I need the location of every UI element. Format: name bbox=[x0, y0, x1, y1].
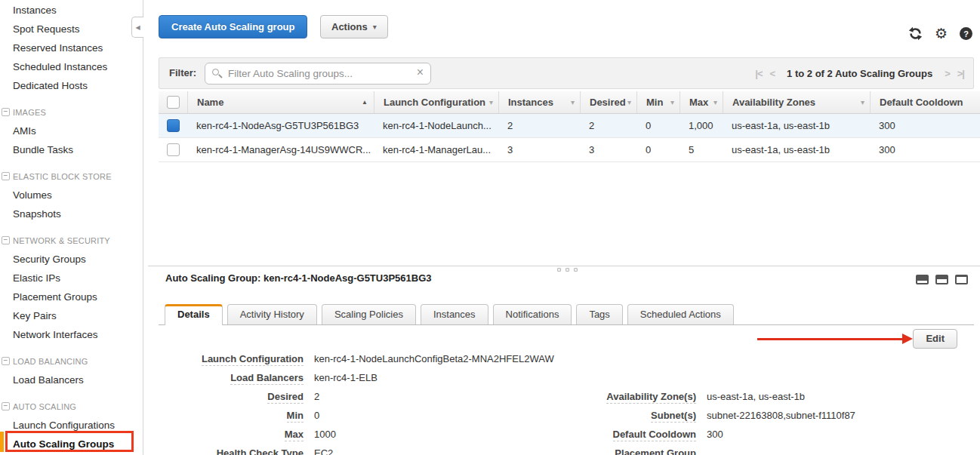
tab-scaling-policies[interactable]: Scaling Policies bbox=[322, 304, 416, 324]
pagination-prev-button[interactable]: < bbox=[769, 68, 775, 79]
sidebar-item-amis[interactable]: AMIs bbox=[0, 121, 143, 140]
pane-divider bbox=[148, 266, 980, 266]
cell-instances: 3 bbox=[498, 138, 580, 161]
cell-availability-zones: us-east-1a, us-east-1b bbox=[723, 114, 870, 137]
row-checkbox[interactable] bbox=[167, 143, 180, 156]
column-header-availability-zones[interactable]: Availability Zones ▾ bbox=[723, 91, 870, 113]
button-label: Actions bbox=[331, 21, 368, 32]
detail-tabs: Details Activity History Scaling Policie… bbox=[165, 304, 738, 325]
sidebar-collapse-handle[interactable]: ◀ bbox=[131, 17, 144, 38]
auto-scaling-groups-table: Name ▲ Launch Configuration ▾ Instances … bbox=[159, 91, 980, 162]
search-icon bbox=[212, 69, 219, 75]
sidebar-section-ebs[interactable]: − ELASTIC BLOCK STORE bbox=[0, 168, 143, 186]
tab-notifications[interactable]: Notifications bbox=[493, 304, 572, 324]
sidebar-item-load-balancers[interactable]: Load Balancers bbox=[0, 370, 143, 389]
cell-launch-configuration: ken-rc4-1-ManagerLau... bbox=[374, 138, 498, 161]
table-row[interactable]: ken-rc4-1-NodeAsg-G5TU3P561BG3 ken-rc4-1… bbox=[159, 114, 980, 138]
pagination: |< < 1 to 2 of 2 Auto Scaling Groups > >… bbox=[755, 58, 964, 88]
annotation-arrow bbox=[757, 334, 913, 344]
sidebar-item-security-groups[interactable]: Security Groups bbox=[0, 250, 143, 269]
cell-desired: 2 bbox=[580, 114, 636, 137]
section-label: AUTO SCALING bbox=[13, 402, 76, 411]
collapse-minus-icon[interactable]: − bbox=[2, 402, 10, 410]
sidebar-item-placement-groups[interactable]: Placement Groups bbox=[0, 287, 143, 306]
tab-scheduled-actions[interactable]: Scheduled Actions bbox=[627, 304, 734, 324]
sidebar-item-network-interfaces[interactable]: Network Interfaces bbox=[0, 325, 143, 344]
cell-launch-configuration: ken-rc4-1-NodeLaunch... bbox=[374, 114, 498, 137]
cell-max: 1,000 bbox=[680, 114, 723, 137]
cell-name: ken-rc4-1-ManagerAsg-14US9WWCR... bbox=[187, 138, 374, 161]
clear-filter-icon[interactable]: × bbox=[417, 66, 424, 79]
field-placement-group: Placement Group bbox=[581, 444, 980, 455]
section-label: ELASTIC BLOCK STORE bbox=[13, 172, 112, 181]
layout-bottom-half-icon[interactable] bbox=[935, 275, 948, 284]
sidebar-item-reserved-instances[interactable]: Reserved Instances bbox=[0, 38, 143, 57]
column-header-desired[interactable]: Desired ▾ bbox=[580, 91, 636, 113]
column-header-name[interactable]: Name ▲ bbox=[187, 91, 374, 113]
help-icon[interactable]: ? bbox=[960, 27, 972, 40]
section-label: LOAD BALANCING bbox=[13, 357, 88, 366]
pane-resize-handle[interactable] bbox=[557, 268, 578, 272]
filter-label: Filter: bbox=[169, 58, 196, 88]
refresh-icon-svg bbox=[908, 26, 923, 41]
sidebar-item-instances[interactable]: Instances bbox=[0, 1, 143, 20]
filter-search-input[interactable] bbox=[227, 64, 408, 83]
sidebar-item-snapshots[interactable]: Snapshots bbox=[0, 204, 143, 223]
tab-tags[interactable]: Tags bbox=[576, 304, 622, 324]
sidebar-section-images[interactable]: − IMAGES bbox=[0, 103, 143, 121]
edit-button[interactable]: Edit bbox=[913, 329, 957, 349]
create-auto-scaling-group-button[interactable]: Create Auto Scaling group bbox=[159, 15, 307, 38]
sidebar-item-volumes[interactable]: Volumes bbox=[0, 186, 143, 204]
settings-gear-icon[interactable]: ⚙ bbox=[935, 27, 948, 41]
refresh-icon[interactable] bbox=[908, 26, 923, 41]
sidebar-item-auto-scaling-groups[interactable]: Auto Scaling Groups bbox=[0, 435, 143, 453]
column-header-max[interactable]: Max ▾ bbox=[680, 91, 723, 113]
column-header-min[interactable]: Min ▾ bbox=[636, 91, 680, 113]
sidebar-item-spot-requests[interactable]: Spot Requests bbox=[0, 20, 143, 38]
pagination-last-button[interactable]: >| bbox=[957, 68, 964, 79]
pagination-first-button[interactable]: |< bbox=[755, 68, 762, 79]
sidebar-item-scheduled-instances[interactable]: Scheduled Instances bbox=[0, 57, 143, 76]
cell-name: ken-rc4-1-NodeAsg-G5TU3P561BG3 bbox=[187, 114, 374, 137]
sidebar-item-bundle-tasks[interactable]: Bundle Tasks bbox=[0, 140, 143, 159]
layout-bottom-large-icon[interactable] bbox=[955, 275, 968, 284]
collapse-minus-icon[interactable]: − bbox=[2, 108, 10, 116]
sidebar-section-network-security[interactable]: − NETWORK & SECURITY bbox=[0, 232, 143, 250]
column-header-launch-configuration[interactable]: Launch Configuration ▾ bbox=[374, 91, 498, 113]
table-row[interactable]: ken-rc4-1-ManagerAsg-14US9WWCR... ken-rc… bbox=[159, 138, 980, 162]
column-caret-icon: ▾ bbox=[670, 98, 674, 106]
column-caret-icon: ▾ bbox=[489, 98, 493, 106]
sidebar-item-launch-configurations[interactable]: Launch Configurations bbox=[0, 416, 143, 435]
pagination-status: 1 to 2 of 2 Auto Scaling Groups bbox=[787, 68, 932, 79]
sidebar-section-auto-scaling[interactable]: − AUTO SCALING bbox=[0, 398, 143, 416]
pagination-next-button[interactable]: > bbox=[945, 68, 950, 79]
field-launch-configuration: Launch Configuration ken-rc4-1-NodeLaunc… bbox=[159, 349, 581, 368]
tab-instances[interactable]: Instances bbox=[421, 304, 488, 324]
sidebar-item-elastic-ips[interactable]: Elastic IPs bbox=[0, 269, 143, 287]
sidebar-section-load-balancing[interactable]: − LOAD BALANCING bbox=[0, 352, 143, 370]
table-header-row: Name ▲ Launch Configuration ▾ Instances … bbox=[159, 91, 980, 114]
cell-instances: 2 bbox=[498, 114, 580, 137]
field-health-check-type: Health Check Type EC2 bbox=[159, 444, 581, 455]
layout-bottom-small-icon[interactable] bbox=[916, 275, 929, 284]
collapse-minus-icon[interactable]: − bbox=[2, 236, 10, 244]
tab-details[interactable]: Details bbox=[165, 304, 223, 325]
tab-activity-history[interactable]: Activity History bbox=[227, 304, 317, 324]
collapse-minus-icon[interactable]: − bbox=[2, 357, 10, 365]
selected-item-indicator-bar bbox=[0, 432, 4, 452]
filter-search-box[interactable]: × bbox=[205, 63, 431, 85]
column-header-instances[interactable]: Instances ▾ bbox=[498, 91, 580, 113]
cell-default-cooldown: 300 bbox=[870, 114, 980, 137]
chevron-down-icon: ▾ bbox=[373, 23, 377, 31]
row-checkbox[interactable] bbox=[167, 119, 180, 132]
sidebar-item-dedicated-hosts[interactable]: Dedicated Hosts bbox=[0, 76, 143, 95]
field-max: Max 1000 bbox=[159, 425, 581, 444]
field-load-balancers: Load Balancers ken-rc4-1-ELB bbox=[159, 368, 581, 387]
actions-dropdown-button[interactable]: Actions ▾ bbox=[320, 15, 388, 38]
cell-max: 5 bbox=[680, 138, 723, 161]
collapse-minus-icon[interactable]: − bbox=[2, 172, 10, 180]
column-header-default-cooldown[interactable]: Default Cooldown bbox=[870, 91, 980, 113]
sidebar-item-key-pairs[interactable]: Key Pairs bbox=[0, 306, 143, 325]
cell-desired: 3 bbox=[580, 138, 636, 161]
select-all-checkbox[interactable] bbox=[167, 96, 180, 109]
